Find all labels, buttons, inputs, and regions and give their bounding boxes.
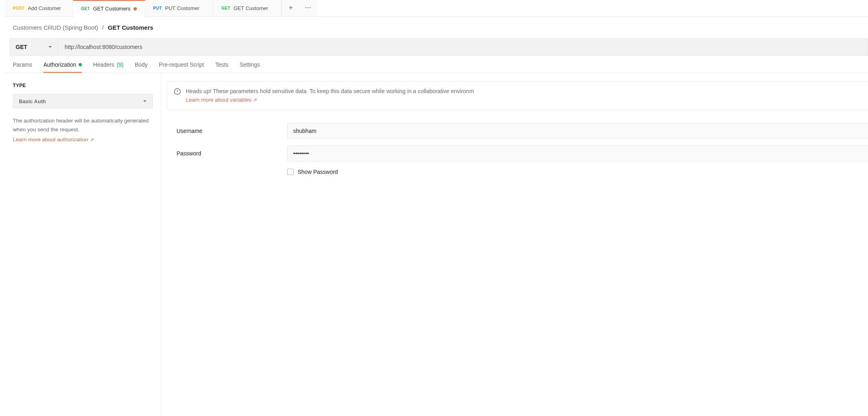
- show-password-label[interactable]: Show Password: [298, 169, 338, 175]
- tab-get-customer[interactable]: GET GET Customer: [213, 0, 282, 16]
- auth-active-indicator-icon: [79, 63, 82, 66]
- external-link-icon: ↗: [253, 96, 257, 104]
- tab-label: PUT Customer: [165, 5, 200, 11]
- password-label: Password: [167, 150, 287, 157]
- username-row: Username: [167, 120, 868, 142]
- tab-get-customers[interactable]: GET GET Customers: [73, 0, 145, 17]
- request-row: GET: [5, 38, 868, 56]
- learn-more-variables-link[interactable]: Learn more about variables ↗: [186, 96, 257, 104]
- tab-put-customer[interactable]: PUT PUT Customer: [145, 0, 213, 16]
- subtab-authorization[interactable]: Authorization: [43, 61, 82, 73]
- method-select[interactable]: GET: [10, 38, 58, 56]
- method-value: GET: [16, 44, 27, 50]
- svg-point-7: [177, 93, 178, 94]
- more-horizontal-icon: [304, 4, 312, 12]
- auth-type-column: TYPE Basic Auth The authorization header…: [5, 73, 161, 416]
- svg-point-2: [306, 7, 306, 8]
- subtab-pre-request[interactable]: Pre-request Script: [159, 61, 204, 73]
- subtab-body[interactable]: Body: [135, 61, 148, 73]
- breadcrumb-current: GET Customers: [108, 24, 153, 31]
- password-input[interactable]: [287, 145, 868, 161]
- tab-method: PUT: [153, 6, 162, 10]
- request-subtabs: Params Authorization Headers (9) Body Pr…: [5, 56, 868, 73]
- svg-point-4: [310, 7, 310, 8]
- breadcrumb-separator: /: [102, 24, 104, 31]
- breadcrumb-parent[interactable]: Customers CRUD (Spring Boot): [13, 24, 98, 31]
- external-link-icon: ↗: [90, 137, 94, 143]
- password-row: Password: [167, 142, 868, 165]
- breadcrumb: Customers CRUD (Spring Boot) / GET Custo…: [5, 17, 868, 38]
- auth-description: The authorization header will be automat…: [13, 116, 153, 134]
- svg-point-3: [308, 7, 308, 8]
- new-tab-button[interactable]: [282, 0, 299, 16]
- tab-method: POST: [13, 6, 24, 10]
- subtab-settings[interactable]: Settings: [239, 61, 260, 73]
- auth-type-value: Basic Auth: [19, 98, 46, 104]
- subtab-params[interactable]: Params: [13, 61, 32, 73]
- tab-label: GET Customer: [233, 5, 268, 11]
- url-input[interactable]: [58, 38, 868, 56]
- auth-type-heading: TYPE: [13, 83, 153, 88]
- tab-add-customer[interactable]: POST Add Customer: [5, 0, 73, 16]
- auth-credentials-column: Heads up! These parameters hold sensitiv…: [161, 73, 868, 416]
- authorization-panel: TYPE Basic Auth The authorization header…: [5, 73, 868, 416]
- warning-icon: [174, 88, 181, 95]
- show-password-row: Show Password: [287, 165, 868, 175]
- sensitive-data-alert: Heads up! These parameters hold sensitiv…: [167, 81, 868, 110]
- tab-method: GET: [221, 6, 230, 10]
- tab-method: GET: [81, 6, 90, 11]
- alert-text: Heads up! These parameters hold sensitiv…: [186, 87, 474, 104]
- tab-label: Add Customer: [28, 5, 61, 11]
- subtab-tests[interactable]: Tests: [215, 61, 229, 73]
- username-label: Username: [167, 128, 287, 134]
- tab-label: GET Customers: [93, 6, 130, 12]
- request-tabs-bar: POST Add Customer GET GET Customers PUT …: [5, 0, 868, 17]
- subtab-headers[interactable]: Headers (9): [93, 61, 124, 73]
- show-password-checkbox[interactable]: [287, 169, 294, 175]
- tab-overflow-button[interactable]: [299, 0, 317, 16]
- chevron-down-icon: [48, 44, 52, 50]
- username-input[interactable]: [287, 123, 868, 139]
- chevron-down-icon: [143, 98, 147, 104]
- unsaved-indicator-icon: [134, 7, 137, 10]
- learn-more-authorization-link[interactable]: Learn more about authorization ↗: [13, 137, 94, 143]
- auth-type-select[interactable]: Basic Auth: [13, 94, 153, 108]
- plus-icon: [288, 4, 294, 12]
